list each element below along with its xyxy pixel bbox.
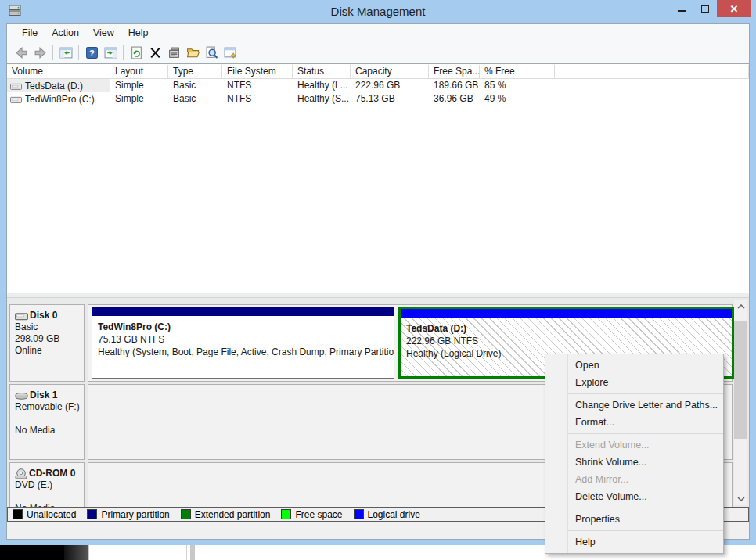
menu-item-shrink-volume[interactable]: Shrink Volume... (545, 454, 723, 471)
partition-name: TedWin8Pro (C:) (98, 321, 394, 333)
menu-item-extend-volume: Extend Volume... (545, 436, 723, 454)
legend-extended-partition: Extended partition (181, 509, 271, 520)
console-tree-icon[interactable] (56, 44, 75, 61)
partition-size: 75.13 GB NTFS (98, 333, 394, 346)
cell-file-system: NTFS (222, 79, 293, 92)
background-window-fragment (0, 545, 64, 560)
disk0-header[interactable]: Disk 0 Basic 298.09 GB Online (9, 304, 85, 382)
maximize-button[interactable] (693, 0, 717, 17)
cell-layout: Simple (110, 92, 168, 106)
cell-capacity: 222.96 GB (351, 79, 429, 92)
menu-view[interactable]: View (86, 26, 121, 40)
menu-separator (568, 393, 723, 394)
column-header-volume[interactable]: Volume (7, 65, 110, 79)
menu-help[interactable]: Help (121, 26, 156, 40)
scroll-up-icon[interactable] (734, 300, 747, 313)
menu-item-change-drive-letter[interactable]: Change Drive Letter and Paths... (545, 397, 723, 414)
open-folder-icon[interactable] (183, 44, 202, 61)
menu-item-help[interactable]: Help (545, 533, 723, 551)
legend-label: Extended partition (195, 509, 271, 520)
volume-name-cell[interactable]: TedsData (D:) (7, 79, 110, 92)
desktop-divider (178, 545, 178, 560)
legend-label: Free space (295, 509, 342, 520)
close-button[interactable]: ✕ (717, 0, 751, 17)
disk1-header[interactable]: Disk 1 Removable (F:) No Media (9, 384, 85, 460)
disk-type: Basic (15, 321, 81, 333)
logical-drive-swatch (354, 509, 364, 519)
partition-tedwin8pro[interactable]: TedWin8Pro (C:) 75.13 GB NTFS Healthy (S… (92, 307, 394, 379)
toolbar-separator (78, 45, 79, 60)
svg-text:?: ? (89, 48, 95, 57)
cell-type: Basic (168, 92, 222, 106)
menu-bar: File Action View Help (7, 24, 749, 41)
vertical-scrollbar[interactable] (734, 300, 747, 505)
help-icon[interactable]: ? (82, 44, 101, 61)
cell-status: Healthy (S... (293, 92, 351, 106)
cell-type: Basic (168, 79, 222, 92)
removable-disk-icon (15, 391, 28, 400)
legend-label: Unallocated (27, 509, 76, 520)
menu-file[interactable]: File (15, 26, 45, 40)
column-header-type[interactable]: Type (168, 65, 222, 79)
cell-free-space: 36.96 GB (429, 92, 480, 106)
cell-filler (555, 79, 749, 92)
column-header-filler (555, 65, 749, 79)
screen: Disk Management ✕ File Action View Help (0, 0, 756, 560)
column-header-capacity[interactable]: Capacity (351, 65, 429, 79)
column-header-free-space[interactable]: Free Spa... (429, 65, 480, 79)
desktop-divider (190, 545, 195, 560)
disk-name: Disk 1 (30, 389, 57, 401)
forward-icon[interactable] (31, 44, 49, 61)
action-pane-icon[interactable] (101, 44, 120, 61)
column-header-status[interactable]: Status (293, 65, 351, 79)
menu-item-delete-volume[interactable]: Delete Volume... (545, 488, 723, 505)
primary-partition-bar (92, 307, 394, 316)
column-header-file-system[interactable]: File System (222, 65, 293, 79)
disk-type: DVD (E:) (15, 479, 81, 491)
cdrom0-header[interactable]: CD-ROM 0 DVD (E:) No Media (9, 462, 85, 507)
cell-filler (555, 92, 749, 106)
partition-name: TedsData (D:) (406, 322, 732, 335)
logical-drive-bar (401, 309, 732, 318)
disk-name: Disk 0 (30, 310, 57, 321)
menu-item-properties[interactable]: Properties (545, 511, 723, 528)
window-options-icon[interactable] (221, 44, 239, 61)
disk-size: 298.09 GB (15, 333, 81, 345)
legend-logical-drive: Logical drive (354, 509, 420, 520)
column-header-layout[interactable]: Layout (110, 65, 168, 79)
cell-file-system: NTFS (222, 92, 293, 106)
menu-item-open[interactable]: Open (545, 357, 723, 374)
desktop-divider (88, 545, 89, 560)
volume-row-tedwin8pro[interactable]: TedWin8Pro (C:) Simple Basic NTFS Health… (7, 92, 749, 106)
disk-name: CD-ROM 0 (29, 468, 75, 479)
volume-name-cell[interactable]: TedWin8Pro (C:) (7, 92, 110, 106)
volume-row-tedsdata[interactable]: TedsData (D:) Simple Basic NTFS Healthy … (7, 79, 749, 92)
disk-icon (15, 311, 28, 321)
delete-icon[interactable] (146, 44, 164, 61)
menu-separator (568, 433, 723, 434)
cell-status: Healthy (L... (293, 79, 351, 92)
scrollbar-thumb[interactable] (734, 321, 747, 439)
disk-status: Online (15, 345, 81, 357)
title-bar[interactable]: Disk Management ✕ (0, 0, 756, 23)
partition-size: 222.96 GB NTFS (406, 335, 732, 347)
properties-icon[interactable] (164, 44, 183, 61)
refresh-icon[interactable] (127, 44, 146, 61)
column-header-pct-free[interactable]: % Free (480, 65, 555, 79)
search-icon[interactable] (202, 44, 221, 61)
minimize-button[interactable] (670, 0, 693, 17)
menu-item-format[interactable]: Format... (545, 414, 723, 431)
scroll-down-icon[interactable] (734, 492, 747, 505)
menu-item-explore[interactable]: Explore (545, 374, 723, 391)
menu-action[interactable]: Action (45, 26, 86, 40)
free-space-swatch (281, 509, 291, 519)
partition-status: Healthy (System, Boot, Page File, Active… (98, 346, 394, 358)
unallocated-swatch (13, 509, 23, 519)
back-icon[interactable] (12, 44, 31, 61)
toolbar-separator (123, 45, 124, 60)
cell-capacity: 75.13 GB (351, 92, 429, 106)
cell-free-space: 189.66 GB (429, 79, 480, 92)
window-title: Disk Management (0, 5, 756, 18)
context-menu: Open Explore Change Drive Letter and Pat… (545, 354, 724, 554)
pane-splitter[interactable] (7, 293, 749, 298)
